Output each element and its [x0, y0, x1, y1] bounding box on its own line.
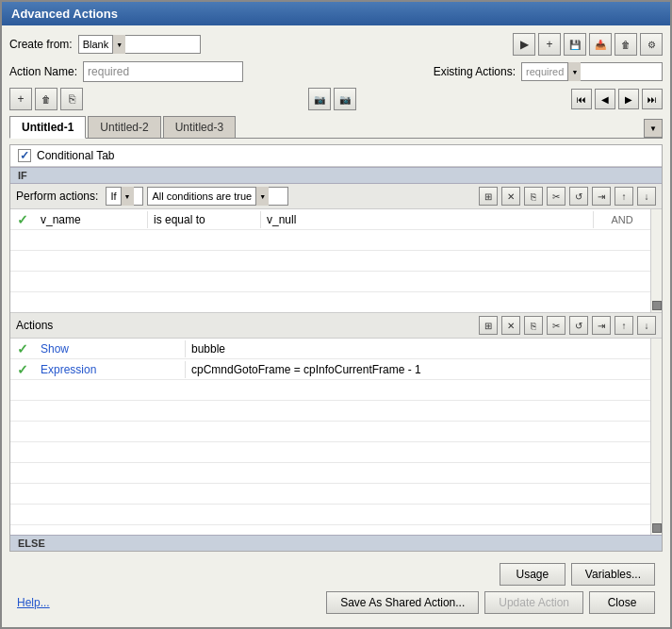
- variables-button[interactable]: Variables...: [571, 563, 655, 586]
- undo-condition-button[interactable]: ↺: [569, 187, 588, 206]
- save-button[interactable]: 💾: [564, 33, 586, 56]
- action-name-show[interactable]: Show: [35, 340, 186, 357]
- delete-action-button[interactable]: 🗑: [615, 33, 637, 56]
- delete-action-item-button[interactable]: ✕: [501, 316, 520, 335]
- indent-condition-button[interactable]: ⇥: [592, 187, 611, 206]
- duplicate-action-item-button[interactable]: ⎘: [524, 316, 543, 335]
- action-checkmark-2: ✓: [17, 362, 28, 377]
- actions-scrollbar[interactable]: [650, 339, 662, 535]
- up-condition-button[interactable]: ↑: [615, 187, 633, 206]
- actions-scrollbar-thumb[interactable]: [652, 523, 662, 533]
- actions-toolbar: Actions ⊞ ✕ ⎘ ✂ ↺ ⇥ ↑ ↓: [10, 313, 662, 339]
- add-action-button[interactable]: +: [538, 33, 561, 56]
- tab-untitled-2[interactable]: Untitled-2: [88, 116, 160, 138]
- footer-bottom-row: Help... Save As Shared Action... Update …: [17, 591, 655, 614]
- camera1-button[interactable]: 📷: [308, 88, 331, 110]
- delete-tab-button[interactable]: 🗑: [35, 88, 57, 110]
- action-value-show: bubble: [186, 340, 650, 357]
- undo-action-item-button[interactable]: ↺: [569, 316, 588, 335]
- action-name-row: Action Name: Existing Actions: required …: [9, 61, 663, 82]
- scrollbar-thumb[interactable]: [652, 301, 662, 310]
- up-action-item-button[interactable]: ↑: [615, 316, 633, 335]
- action-empty-row-2: [10, 401, 650, 422]
- usage-button[interactable]: Usage: [500, 563, 565, 586]
- advanced-actions-dialog: Advanced Actions Create from: Blank ▼ ▶ …: [0, 0, 672, 629]
- condition-type-value: All conditions are true: [148, 190, 255, 202]
- prev-nav-button[interactable]: ◀: [595, 89, 615, 109]
- top-row: Create from: Blank ▼ ▶ + 💾 📥 🗑 ⚙: [9, 33, 663, 56]
- action-empty-row-5: [10, 463, 650, 484]
- conditional-tab-row: ✓ Conditional Tab: [10, 145, 662, 167]
- close-button[interactable]: Close: [589, 591, 655, 614]
- duplicate-condition-button[interactable]: ⎘: [524, 187, 543, 206]
- update-action-button[interactable]: Update Action: [484, 591, 583, 614]
- condition-type-arrow[interactable]: ▼: [255, 187, 269, 206]
- create-from-select[interactable]: Blank ▼: [78, 35, 201, 54]
- help-link[interactable]: Help...: [17, 596, 50, 609]
- cut-action-item-button[interactable]: ✂: [547, 316, 565, 335]
- duplicate-tab-button[interactable]: ⎘: [60, 88, 83, 110]
- condition-enabled-check: ✓: [10, 212, 35, 227]
- action-name-label: Action Name:: [9, 65, 77, 78]
- action-empty-row-1: [10, 380, 650, 401]
- footer-top-row: Usage Variables...: [17, 563, 655, 586]
- import-button[interactable]: 📥: [589, 33, 612, 56]
- condition-connector: AND: [594, 212, 650, 227]
- cut-condition-button[interactable]: ✂: [547, 187, 565, 206]
- add-tab-button[interactable]: +: [9, 88, 32, 110]
- condition-empty-row-3: [10, 272, 650, 292]
- dialog-footer: Usage Variables... Help... Save As Share…: [9, 557, 663, 620]
- add-action-item-button[interactable]: ⊞: [479, 316, 498, 335]
- condition-cells: v_name is equal to v_null: [35, 211, 594, 228]
- action-row-show: ✓ Show bubble: [10, 339, 650, 359]
- condition-row: ✓ v_name is equal to v_null AND: [10, 209, 650, 230]
- action-empty-row-3: [10, 422, 650, 442]
- existing-actions-label: Existing Actions:: [434, 65, 516, 78]
- condition-value: v_null: [261, 211, 594, 228]
- down-action-item-button[interactable]: ↓: [637, 316, 656, 335]
- condition-empty-row-2: [10, 251, 650, 272]
- delete-condition-button[interactable]: ✕: [501, 187, 520, 206]
- tab-untitled-3[interactable]: Untitled-3: [163, 116, 236, 138]
- actions-table-container: ✓ Show bubble ✓ Expression cpCmndGotoFra…: [10, 339, 662, 535]
- perform-if-value: If: [107, 190, 120, 202]
- else-section: ELSE: [10, 535, 662, 551]
- action-name-expression[interactable]: Expression: [35, 361, 186, 378]
- condition-empty-row-1: [10, 230, 650, 251]
- tab-untitled-1[interactable]: Untitled-1: [9, 116, 86, 139]
- condition-type-select[interactable]: All conditions are true ▼: [147, 187, 288, 206]
- perform-if-select[interactable]: If ▼: [106, 187, 143, 206]
- down-condition-button[interactable]: ↓: [637, 187, 656, 206]
- play-button[interactable]: ▶: [513, 33, 535, 56]
- settings-button[interactable]: ⚙: [640, 33, 663, 56]
- next-nav-button[interactable]: ▶: [618, 89, 639, 109]
- create-from-label: Create from:: [9, 38, 73, 51]
- perform-if-arrow[interactable]: ▼: [121, 187, 134, 206]
- actions-section: Actions ⊞ ✕ ⎘ ✂ ↺ ⇥ ↑ ↓: [10, 313, 662, 551]
- add-condition-button[interactable]: ⊞: [479, 187, 498, 206]
- existing-actions-dropdown-arrow[interactable]: ▼: [567, 62, 581, 81]
- main-toolbar: + 🗑 ⎘ 📷 📷 ⏮ ◀ ▶ ⏭: [9, 88, 663, 110]
- first-nav-button[interactable]: ⏮: [571, 89, 592, 109]
- indent-action-item-button[interactable]: ⇥: [592, 316, 611, 335]
- camera2-button[interactable]: 📷: [334, 88, 356, 110]
- last-nav-button[interactable]: ⏭: [642, 89, 663, 109]
- existing-actions-value: required: [522, 66, 567, 77]
- tabs-dropdown-button[interactable]: ▼: [644, 119, 663, 138]
- actions-section-label: Actions: [16, 319, 53, 332]
- conditional-tab-checkbox[interactable]: ✓: [18, 149, 31, 162]
- create-from-dropdown-arrow[interactable]: ▼: [112, 35, 125, 54]
- action-empty-row-4: [10, 442, 650, 463]
- save-as-shared-button[interactable]: Save As Shared Action...: [326, 591, 479, 614]
- existing-actions-select[interactable]: required ▼: [521, 62, 663, 81]
- conditions-scroll-area: ✓ v_name is equal to v_null AND: [10, 209, 650, 312]
- conditions-scrollbar[interactable]: [650, 209, 662, 312]
- action-enabled-check-2: ✓: [10, 362, 35, 377]
- checkbox-checkmark: ✓: [20, 149, 29, 162]
- conditions-toolbar: Perform actions: If ▼ All conditions are…: [10, 184, 662, 209]
- action-name-input[interactable]: [83, 61, 243, 82]
- action-empty-row-6: [10, 484, 650, 505]
- action-checkmark-1: ✓: [17, 341, 28, 356]
- conditional-tab-label: Conditional Tab: [37, 149, 115, 162]
- tabs-container: Untitled-1 Untitled-2 Untitled-3 ▼: [9, 116, 663, 139]
